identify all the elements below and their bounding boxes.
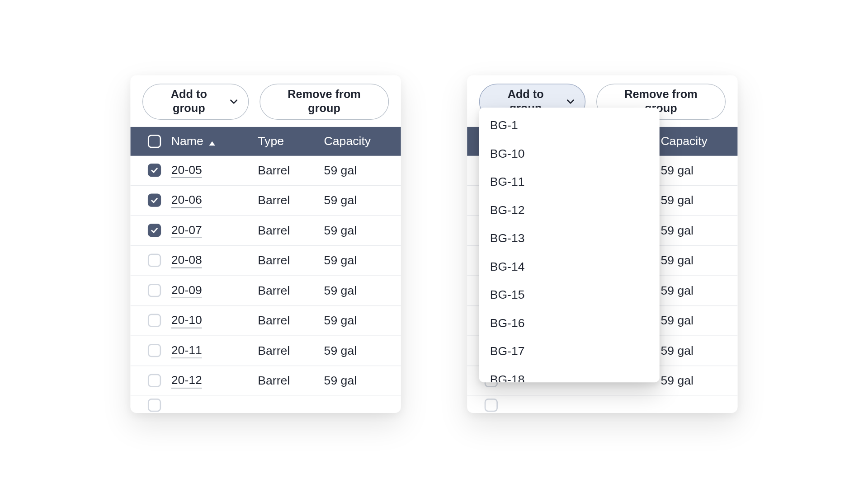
dropdown-option[interactable]: BG-15	[479, 281, 660, 309]
dropdown-option[interactable]: BG-11	[479, 168, 660, 196]
row-name-link[interactable]: 20-10	[171, 313, 202, 328]
dropdown-option[interactable]: BG-10	[479, 140, 660, 168]
add-to-group-button[interactable]: Add to group	[142, 84, 249, 119]
row-name-link[interactable]: 20-05	[171, 163, 202, 178]
row-capacity: 59 gal	[324, 253, 394, 267]
row-name-link[interactable]: 20-11	[171, 343, 202, 358]
row-capacity: 59 gal	[324, 374, 394, 388]
row-checkbox[interactable]	[148, 314, 161, 327]
remove-from-group-button[interactable]: Remove from group	[259, 84, 389, 119]
dropdown-option[interactable]: BG-13	[479, 224, 660, 253]
button-label: Remove from group	[271, 88, 377, 115]
row-checkbox[interactable]	[148, 284, 161, 297]
dropdown-option[interactable]: BG-18	[479, 366, 660, 382]
table-row: 20-10Barrel59 gal	[130, 306, 401, 336]
column-header-name[interactable]: Name	[171, 134, 258, 148]
row-capacity: 59 gal	[660, 284, 730, 298]
panel-left: Add to group Remove from group Name Type	[130, 75, 401, 413]
row-name-link[interactable]: 20-06	[171, 193, 202, 208]
row-type: Barrel	[258, 284, 324, 298]
panel-right: Add to group Remove from group Name Type…	[467, 75, 738, 413]
row-checkbox[interactable]	[148, 254, 161, 267]
table-row: 20-06Barrel59 gal	[130, 186, 401, 216]
chevron-down-icon	[230, 98, 237, 105]
row-type: Barrel	[258, 164, 324, 178]
sort-asc-icon	[208, 137, 217, 145]
dropdown-option[interactable]: BG-16	[479, 309, 660, 338]
row-checkbox[interactable]	[148, 164, 161, 177]
row-name-link[interactable]: 20-09	[171, 283, 202, 298]
table-row: 20-05Barrel59 gal	[130, 155, 401, 186]
row-checkbox[interactable]	[148, 224, 161, 237]
row-type: Barrel	[258, 374, 324, 388]
row-capacity: 59 gal	[324, 224, 394, 238]
table-row-peek	[467, 396, 738, 413]
row-capacity: 59 gal	[324, 164, 394, 178]
row-capacity: 59 gal	[324, 344, 394, 358]
button-label: Add to group	[154, 88, 224, 115]
row-capacity: 59 gal	[660, 314, 730, 328]
row-capacity: 59 gal	[660, 193, 730, 207]
column-header-capacity[interactable]: Capacity	[324, 134, 394, 148]
dropdown-option[interactable]: BG-17	[479, 337, 660, 366]
table-row: 20-07Barrel59 gal	[130, 216, 401, 246]
row-capacity: 59 gal	[660, 164, 730, 178]
row-type: Barrel	[258, 224, 324, 238]
row-checkbox[interactable]	[485, 399, 498, 412]
row-type: Barrel	[258, 344, 324, 358]
row-name-link[interactable]: 20-12	[171, 373, 202, 388]
row-capacity: 59 gal	[324, 284, 394, 298]
chevron-down-icon	[567, 98, 574, 105]
select-all-checkbox[interactable]	[148, 135, 161, 148]
row-name-link[interactable]: 20-07	[171, 223, 202, 238]
row-name-link[interactable]: 20-08	[171, 253, 202, 268]
row-capacity: 59 gal	[324, 193, 394, 207]
table-row: 20-11Barrel59 gal	[130, 336, 401, 366]
row-type: Barrel	[258, 193, 324, 207]
row-checkbox[interactable]	[148, 399, 161, 412]
dropdown-option[interactable]: BG-12	[479, 196, 660, 225]
column-header-type[interactable]: Type	[258, 134, 324, 148]
row-capacity: 59 gal	[660, 374, 730, 388]
table-body: 20-05Barrel59 gal20-06Barrel59 gal20-07B…	[130, 155, 401, 413]
table-row: 20-08Barrel59 gal	[130, 246, 401, 276]
row-capacity: 59 gal	[660, 224, 730, 238]
table-header: Name Type Capacity	[130, 127, 401, 155]
row-checkbox[interactable]	[148, 194, 161, 207]
table-row-peek	[130, 396, 401, 413]
row-type: Barrel	[258, 314, 324, 328]
row-capacity: 59 gal	[660, 344, 730, 358]
row-checkbox[interactable]	[148, 374, 161, 387]
row-checkbox[interactable]	[148, 344, 161, 357]
toolbar: Add to group Remove from group	[130, 75, 401, 127]
table-row: 20-09Barrel59 gal	[130, 276, 401, 306]
row-capacity: 59 gal	[660, 253, 730, 267]
row-capacity: 59 gal	[324, 314, 394, 328]
add-to-group-dropdown[interactable]: BG-1BG-10BG-11BG-12BG-13BG-14BG-15BG-16B…	[479, 108, 660, 382]
table-row: 20-12Barrel59 gal	[130, 366, 401, 396]
dropdown-option[interactable]: BG-14	[479, 253, 660, 281]
row-type: Barrel	[258, 253, 324, 267]
dropdown-option[interactable]: BG-1	[479, 111, 660, 140]
column-header-capacity[interactable]: Capacity	[660, 134, 730, 148]
